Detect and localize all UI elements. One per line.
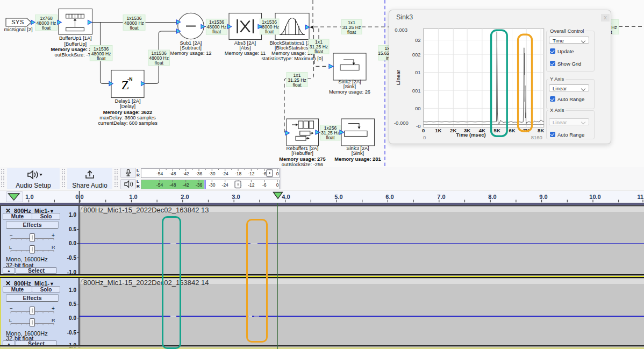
svg-text:-12: -12: [248, 171, 255, 176]
svg-text:5.0: 5.0: [334, 194, 342, 200]
svg-text:−: −: [10, 233, 13, 238]
svg-text:0.003: 0.003: [395, 27, 407, 33]
svg-text:[BufferUp]: [BufferUp]: [64, 41, 87, 47]
svg-text:L: L: [9, 318, 12, 323]
svg-text:float: float: [292, 82, 302, 88]
svg-text:10.0: 10.0: [589, 194, 600, 200]
svg-text:002: 002: [412, 52, 421, 58]
svg-text:-42: -42: [183, 171, 190, 176]
svg-text:5K: 5K: [494, 127, 500, 133]
svg-text:SYS: SYS: [11, 19, 24, 25]
svg-text:float: float: [347, 30, 356, 35]
svg-text:0: 0: [276, 182, 279, 188]
svg-text:Delay1 [2A]: Delay1 [2A]: [115, 98, 140, 104]
svg-text:-30: -30: [209, 171, 216, 176]
svg-text:-54: -54: [156, 182, 163, 188]
svg-text:-36: -36: [196, 171, 203, 176]
svg-text:-42: -42: [183, 182, 190, 188]
svg-text:float: float: [130, 25, 139, 31]
svg-text:[Rebuffer]: [Rebuffer]: [291, 151, 313, 156]
svg-text:BufferUp1 [1A]: BufferUp1 [1A]: [59, 35, 92, 41]
svg-text:-18: -18: [235, 171, 242, 176]
svg-text:02: 02: [415, 37, 421, 43]
svg-text:9.0: 9.0: [539, 194, 547, 200]
svg-text:−: −: [10, 306, 13, 311]
svg-text:-6: -6: [262, 182, 267, 188]
svg-text:[Sink]: [Sink]: [352, 151, 364, 156]
svg-text:2.0: 2.0: [181, 194, 189, 200]
svg-text:float: float: [326, 135, 335, 140]
svg-text:Rebuffer1 [2A]: Rebuffer1 [2A]: [287, 146, 319, 151]
svg-text:BlockStatistics1 [2A]: BlockStatistics1 [2A]: [269, 40, 314, 46]
svg-text:Memory usage: 13: Memory usage: 13: [271, 51, 313, 56]
svg-text:Memory usage: 3622: Memory usage: 3622: [103, 110, 152, 115]
svg-text:Memory usage: 12: Memory usage: 12: [170, 51, 212, 56]
svg-text:-0: -0: [416, 123, 420, 129]
svg-text:Sink3 [2A]: Sink3 [2A]: [346, 146, 369, 151]
svg-text:-24: -24: [222, 171, 229, 176]
svg-text:[Abs]: [Abs]: [239, 45, 251, 51]
svg-text:-48: -48: [169, 171, 176, 176]
svg-text:0: 0: [422, 127, 425, 133]
svg-text:8160: 8160: [531, 134, 542, 140]
svg-text:float: float: [212, 29, 221, 34]
svg-text:micSignal [2]: micSignal [2]: [4, 27, 32, 32]
svg-text:Sub1 [2A]: Sub1 [2A]: [180, 40, 202, 46]
svg-text:-54: -54: [156, 171, 163, 176]
svg-text:7.0: 7.0: [437, 194, 445, 200]
svg-text:-24: -24: [222, 182, 229, 188]
svg-text:001: 001: [412, 88, 421, 94]
svg-text:1K: 1K: [435, 127, 441, 133]
svg-text:currentDelay: 600 samples: currentDelay: 600 samples: [98, 120, 158, 126]
svg-text:Abs3 [2A]: Abs3 [2A]: [234, 40, 256, 46]
svg-text:11.0: 11.0: [638, 194, 644, 200]
svg-text:-6: -6: [262, 171, 267, 176]
svg-text:float: float: [314, 49, 324, 54]
svg-text:-0.000: -0.000: [394, 120, 409, 126]
svg-text:0: 0: [276, 171, 279, 176]
svg-text:L: L: [9, 245, 12, 250]
svg-text:Memory usage: 275: Memory usage: 275: [279, 156, 325, 162]
svg-text:Memory usage: 26: Memory usage: 26: [329, 89, 370, 95]
svg-text:00: 00: [415, 105, 421, 111]
svg-text:maxDelay: 3600 samples: maxDelay: 3600 samples: [99, 115, 156, 120]
svg-text:statisticsType: Maximum [0]: statisticsType: Maximum [0]: [261, 56, 323, 61]
svg-text:4.0: 4.0: [282, 194, 290, 200]
svg-text:8.0: 8.0: [488, 194, 496, 200]
svg-text:float: float: [97, 56, 106, 61]
svg-text:float: float: [155, 60, 164, 66]
svg-text:-N: -N: [127, 76, 133, 82]
svg-text:float: float: [42, 25, 51, 31]
svg-text:Time (msec): Time (msec): [456, 132, 485, 138]
svg-text:6K: 6K: [509, 127, 515, 133]
svg-text:-36: -36: [196, 182, 203, 188]
svg-text:Memory usage: 11: Memory usage: 11: [225, 51, 266, 56]
svg-text:-48: -48: [169, 182, 176, 188]
svg-text:-12: -12: [248, 182, 255, 188]
svg-text:float: float: [265, 29, 274, 34]
svg-text:R: R: [52, 318, 55, 323]
svg-text:R: R: [52, 245, 55, 250]
svg-text:8K: 8K: [538, 127, 544, 133]
svg-text:outBlockSize: -256: outBlockSize: -256: [282, 162, 324, 167]
svg-text:6.0: 6.0: [385, 194, 393, 200]
svg-text:+: +: [52, 306, 55, 311]
svg-text:Linear: Linear: [395, 69, 401, 85]
svg-text:+: +: [52, 233, 55, 238]
svg-text:[Delay]: [Delay]: [120, 104, 135, 109]
svg-text:[Sink]: [Sink]: [344, 84, 356, 89]
svg-text:1.0: 1.0: [25, 194, 33, 200]
svg-text:Sink2 [2A]: Sink2 [2A]: [338, 79, 361, 84]
svg-text:1.0: 1.0: [129, 194, 137, 200]
svg-text:3.0: 3.0: [232, 194, 240, 200]
svg-text:[Subtract]: [Subtract]: [180, 45, 202, 51]
svg-text:-30: -30: [209, 182, 216, 188]
svg-text:Memory usage: 281: Memory usage: 281: [334, 156, 381, 162]
svg-text:[BlockStatistics]: [BlockStatistics]: [275, 45, 310, 51]
svg-text:0: 0: [423, 134, 426, 140]
svg-text:01: 01: [415, 69, 421, 75]
